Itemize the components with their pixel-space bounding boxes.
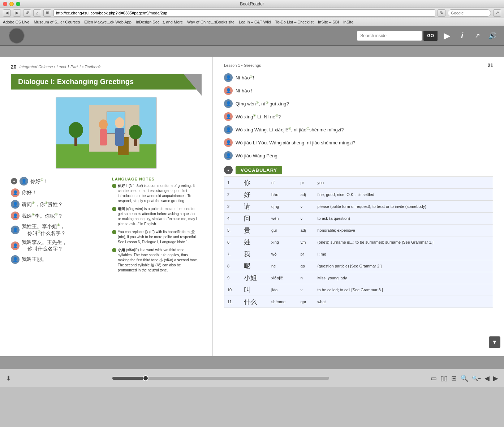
right-dialogue-text: Wǒ jiào Wáng Péng. (236, 153, 279, 158)
progress-bar[interactable] (112, 377, 329, 380)
vocab-char: 请 (241, 201, 268, 213)
svg-point-9 (99, 119, 108, 130)
vocab-def: honorable; expensive (314, 225, 493, 236)
window-controls[interactable] (3, 2, 20, 6)
bookmark-insite-sbi[interactable]: InSite – SBI (318, 20, 339, 24)
url-input[interactable] (53, 9, 435, 17)
home-button[interactable]: ⌂ (33, 9, 41, 17)
right-dialogue-lines: 👤 Nǐ hǎo①! 👤 Nǐ hǎo ! 👤 Qǐng wèn②, nǐ③ g… (224, 73, 493, 160)
audio-button[interactable]: 🔊 (487, 30, 498, 42)
vocab-row: 10. 叫 jiào v to be called; to call [See … (224, 284, 493, 296)
dialogue-text: 我叫李友。王先生， 你叫什么名字？ (22, 239, 67, 252)
language-notes: LANGUAGE NOTES 你好！(Nǐ hǎo!) is a common … (112, 177, 199, 276)
vocab-pinyin: hǎo (268, 189, 298, 201)
right-dialogue-line: 👤 Wǒ xìng Wáng. Lǐ xiǎojiě⑥, nǐ jiào⑦shé… (224, 125, 493, 134)
bottom-left-controls: ⬇ (6, 374, 11, 382)
dialogue-line: 👤 我叫王朋。 (11, 255, 105, 264)
note-bullet (112, 248, 116, 252)
progress-area (11, 377, 431, 380)
avatar-male: 👤 (224, 99, 233, 108)
vocab-row: 5. 贵 guì adj honorable; expensive (224, 225, 493, 236)
grid-button[interactable]: ⊞ (43, 9, 51, 17)
vocab-type: qp (298, 260, 315, 272)
logo (6, 28, 27, 44)
grid-view-icon[interactable]: ⊞ (451, 374, 457, 382)
note-item-2: 请问 (qǐng wèn) is a polite formula to be … (112, 206, 199, 227)
search-input[interactable] (357, 31, 422, 41)
prev-page-icon[interactable]: ◀ (484, 374, 490, 382)
zoom-out-icon[interactable]: 🔍− (472, 375, 481, 381)
vocab-pinyin: xiǎojiě (268, 272, 298, 284)
minimize-button[interactable] (9, 2, 14, 6)
notes-title: LANGUAGE NOTES (112, 177, 199, 181)
refresh-icon[interactable]: ↻ (438, 9, 445, 17)
audio-icon[interactable]: ● (11, 178, 17, 184)
bookmark-way[interactable]: Way of Chine...sBooks site (187, 20, 234, 24)
google-search-input[interactable] (448, 9, 491, 17)
share-button[interactable]: ↗ (471, 30, 483, 42)
single-page-icon[interactable]: ▭ (431, 374, 437, 382)
right-dialogue-text: Wǒ jiào Lǐ Yǒu. Wáng xiānsheng, nǐ jiào … (236, 140, 356, 145)
dialogue-illustration (56, 97, 157, 169)
vocab-char: 叫 (241, 284, 268, 296)
note-item-4: 小姐 (xiǎojiě) is a word with two third to… (112, 248, 199, 273)
bookmark-museum[interactable]: Museum of S...er Courses (34, 20, 80, 24)
bookmark-todo[interactable]: To-Do List – Checklist (275, 20, 314, 24)
vocab-row: 11. 什么 shénme qpr what (224, 296, 493, 308)
vocab-num: 8. (224, 260, 241, 272)
vocab-num: 4. (224, 213, 241, 225)
bookmark-login[interactable]: Log In – C&T Wiki (239, 20, 271, 24)
vocab-char: 我 (241, 248, 268, 260)
right-page-header: Lesson 1 • Greetings 21 (224, 62, 493, 68)
vocab-type: v (298, 213, 315, 225)
next-page-icon[interactable]: ▶ (493, 374, 498, 382)
bookmark-adobe[interactable]: Adobe CS Live (3, 20, 29, 24)
bookmark-ellen[interactable]: Ellen Maxwe...ok Web App (84, 20, 132, 24)
url-bar: ◀ ▶ ↺ ⌂ ⊞ ↻ ↗ (0, 8, 504, 18)
scroll-down-indicator[interactable]: ▼ (489, 336, 500, 348)
vocab-type: qpr (298, 296, 315, 308)
bookmark-cursor-icon[interactable]: ⬇ (6, 374, 11, 382)
lesson-label: Lesson 1 • Greetings (224, 63, 261, 67)
maximize-button[interactable] (16, 2, 20, 6)
progress-thumb[interactable] (143, 375, 148, 381)
vocab-pinyin: wèn (268, 213, 298, 225)
share-icon[interactable]: ↗ (493, 9, 501, 17)
right-dialogue-text: Nǐ hǎo ! (236, 88, 253, 93)
avatar-female: 👤 (224, 112, 233, 121)
bookmark-indesign[interactable]: InDesign Sec...t, and More (136, 20, 183, 24)
vocab-char: 什么 (241, 296, 268, 308)
forward-button[interactable]: ▶ (13, 9, 21, 17)
vocab-pinyin: nǐ (268, 177, 298, 189)
vocab-char: 小姐 (241, 272, 268, 284)
close-button[interactable] (3, 2, 7, 6)
reload-button[interactable]: ↺ (23, 9, 31, 17)
vocab-def: I; me (314, 248, 493, 260)
vocab-num: 2. (224, 189, 241, 201)
right-dialogue-text: Wǒ xìng Wáng. Lǐ xiǎojiě⑥, nǐ jiào⑦shénm… (236, 127, 344, 132)
vocab-def: (one's) surname is...; to be surnamed; s… (314, 236, 493, 248)
vocab-def: to ask (a question) (314, 213, 493, 225)
back-button[interactable]: ◀ (3, 9, 11, 17)
vocab-row: 8. 呢 ne qp (question particle) [See Gram… (224, 260, 493, 272)
vocab-type: n (298, 272, 315, 284)
vocab-def: please (polite form of request); to trea… (314, 201, 493, 213)
main-content: 20 Integrated Chinese • Level 1 Part 1 •… (0, 57, 504, 356)
right-dialogue-line: 👤 Nǐ hǎo ! (224, 86, 493, 95)
right-dialogue-text: Nǐ hǎo①! (236, 75, 254, 80)
vocab-audio-icon[interactable]: ● (224, 166, 233, 174)
go-button[interactable]: GO (423, 31, 438, 41)
play-button[interactable]: ▶ (441, 30, 453, 42)
vocab-pinyin: jiào (268, 284, 298, 296)
bookmark-insite[interactable]: InSite (343, 20, 353, 24)
vocab-num: 9. (224, 272, 241, 284)
info-button[interactable]: i (456, 30, 468, 42)
double-page-icon[interactable]: ▯▯ (440, 374, 448, 382)
avatar-female: 👤 (11, 241, 20, 250)
dialogue-lines-left: ● 👤 你好①！ 👤 你好！ 👤 请问②，你③贵姓？ 👤 我姓④李。你 (11, 177, 105, 276)
zoom-in-icon[interactable]: 🔍 (460, 374, 468, 382)
vocab-num: 10. (224, 284, 241, 296)
note-text: 小姐 (xiǎojiě) is a word with two third to… (118, 248, 199, 273)
vocab-row: 2. 好 hǎo adj fine; good; nice; O.K.; it'… (224, 189, 493, 201)
vocab-row: 4. 问 wèn v to ask (a question) (224, 213, 493, 225)
